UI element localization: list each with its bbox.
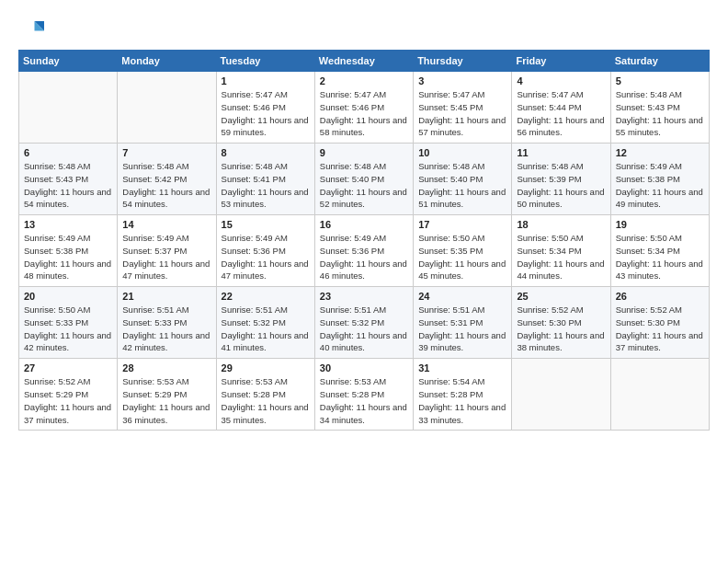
calendar-cell: 2Sunrise: 5:47 AMSunset: 5:46 PMDaylight… <box>314 72 413 144</box>
calendar-cell: 10Sunrise: 5:48 AMSunset: 5:40 PMDayligh… <box>414 144 512 215</box>
calendar-cell: 22Sunrise: 5:51 AMSunset: 5:32 PMDayligh… <box>216 287 314 359</box>
day-number: 18 <box>517 219 605 230</box>
day-number: 21 <box>122 291 210 302</box>
calendar-cell: 27Sunrise: 5:52 AMSunset: 5:29 PMDayligh… <box>19 359 118 431</box>
day-number: 17 <box>418 219 506 230</box>
calendar-cell: 5Sunrise: 5:48 AMSunset: 5:43 PMDaylight… <box>610 72 709 144</box>
calendar-cell: 14Sunrise: 5:49 AMSunset: 5:37 PMDayligh… <box>118 215 216 287</box>
calendar-cell: 28Sunrise: 5:53 AMSunset: 5:29 PMDayligh… <box>118 359 216 431</box>
calendar-cell: 17Sunrise: 5:50 AMSunset: 5:35 PMDayligh… <box>414 215 512 287</box>
calendar-cell: 31Sunrise: 5:54 AMSunset: 5:28 PMDayligh… <box>414 359 512 431</box>
logo-icon <box>18 15 44 40</box>
day-number: 20 <box>24 291 112 302</box>
day-info: Sunrise: 5:47 AMSunset: 5:44 PMDaylight:… <box>517 88 605 139</box>
day-number: 26 <box>616 291 704 302</box>
day-info: Sunrise: 5:49 AMSunset: 5:38 PMDaylight:… <box>616 160 704 211</box>
calendar-cell: 23Sunrise: 5:51 AMSunset: 5:32 PMDayligh… <box>314 287 413 359</box>
calendar-cell: 24Sunrise: 5:51 AMSunset: 5:31 PMDayligh… <box>414 287 512 359</box>
day-number: 11 <box>517 147 605 158</box>
day-info: Sunrise: 5:51 AMSunset: 5:31 PMDaylight:… <box>418 304 506 354</box>
day-number: 25 <box>517 291 605 302</box>
calendar-body: 1Sunrise: 5:47 AMSunset: 5:46 PMDaylight… <box>19 72 710 431</box>
calendar-cell: 16Sunrise: 5:49 AMSunset: 5:36 PMDayligh… <box>314 215 413 287</box>
calendar-cell: 20Sunrise: 5:50 AMSunset: 5:33 PMDayligh… <box>19 287 118 359</box>
calendar-table: SundayMondayTuesdayWednesdayThursdayFrid… <box>18 50 710 431</box>
calendar-cell: 9Sunrise: 5:48 AMSunset: 5:40 PMDaylight… <box>314 144 413 215</box>
day-info: Sunrise: 5:49 AMSunset: 5:36 PMDaylight:… <box>320 232 408 282</box>
day-number: 3 <box>418 75 506 86</box>
day-info: Sunrise: 5:48 AMSunset: 5:42 PMDaylight:… <box>122 160 210 211</box>
day-info: Sunrise: 5:50 AMSunset: 5:35 PMDaylight:… <box>418 232 506 282</box>
page: SundayMondayTuesdayWednesdayThursdayFrid… <box>0 0 728 563</box>
day-info: Sunrise: 5:48 AMSunset: 5:43 PMDaylight:… <box>616 88 704 139</box>
calendar-cell <box>610 359 709 431</box>
header-row: SundayMondayTuesdayWednesdayThursdayFrid… <box>19 51 710 72</box>
calendar-cell: 3Sunrise: 5:47 AMSunset: 5:45 PMDaylight… <box>414 72 512 144</box>
day-number: 6 <box>24 147 112 158</box>
calendar-cell: 21Sunrise: 5:51 AMSunset: 5:33 PMDayligh… <box>118 287 216 359</box>
calendar-cell <box>19 72 118 144</box>
day-header-tuesday: Tuesday <box>216 51 314 72</box>
day-info: Sunrise: 5:52 AMSunset: 5:30 PMDaylight:… <box>517 304 605 354</box>
day-number: 8 <box>222 147 310 158</box>
day-info: Sunrise: 5:53 AMSunset: 5:28 PMDaylight:… <box>320 375 408 426</box>
day-info: Sunrise: 5:53 AMSunset: 5:29 PMDaylight:… <box>122 375 210 426</box>
calendar-cell: 30Sunrise: 5:53 AMSunset: 5:28 PMDayligh… <box>314 359 413 431</box>
calendar-header: SundayMondayTuesdayWednesdayThursdayFrid… <box>19 51 710 72</box>
calendar-cell: 4Sunrise: 5:47 AMSunset: 5:44 PMDaylight… <box>512 72 610 144</box>
day-number: 16 <box>320 219 408 230</box>
calendar-cell: 29Sunrise: 5:53 AMSunset: 5:28 PMDayligh… <box>216 359 314 431</box>
calendar-cell: 15Sunrise: 5:49 AMSunset: 5:36 PMDayligh… <box>216 215 314 287</box>
day-number: 19 <box>616 219 704 230</box>
day-info: Sunrise: 5:50 AMSunset: 5:34 PMDaylight:… <box>517 232 605 282</box>
day-number: 5 <box>616 75 704 86</box>
day-info: Sunrise: 5:52 AMSunset: 5:29 PMDaylight:… <box>24 375 112 426</box>
day-number: 22 <box>222 291 310 302</box>
logo <box>18 15 48 40</box>
calendar-cell: 7Sunrise: 5:48 AMSunset: 5:42 PMDaylight… <box>118 144 216 215</box>
day-number: 23 <box>320 291 408 302</box>
day-info: Sunrise: 5:51 AMSunset: 5:33 PMDaylight:… <box>122 304 210 354</box>
day-header-friday: Friday <box>512 51 610 72</box>
day-info: Sunrise: 5:49 AMSunset: 5:36 PMDaylight:… <box>222 232 310 282</box>
day-info: Sunrise: 5:52 AMSunset: 5:30 PMDaylight:… <box>616 304 704 354</box>
calendar-cell <box>512 359 610 431</box>
day-number: 24 <box>418 291 506 302</box>
day-info: Sunrise: 5:48 AMSunset: 5:41 PMDaylight:… <box>222 160 310 211</box>
day-number: 29 <box>222 362 310 373</box>
day-number: 28 <box>122 362 210 373</box>
day-number: 30 <box>320 362 408 373</box>
calendar-cell: 13Sunrise: 5:49 AMSunset: 5:38 PMDayligh… <box>19 215 118 287</box>
week-row-2: 6Sunrise: 5:48 AMSunset: 5:43 PMDaylight… <box>19 144 710 215</box>
week-row-4: 20Sunrise: 5:50 AMSunset: 5:33 PMDayligh… <box>19 287 710 359</box>
day-number: 2 <box>320 75 408 86</box>
header <box>18 15 710 40</box>
day-info: Sunrise: 5:47 AMSunset: 5:46 PMDaylight:… <box>222 88 310 139</box>
calendar-cell: 6Sunrise: 5:48 AMSunset: 5:43 PMDaylight… <box>19 144 118 215</box>
day-info: Sunrise: 5:48 AMSunset: 5:39 PMDaylight:… <box>517 160 605 211</box>
calendar-cell: 25Sunrise: 5:52 AMSunset: 5:30 PMDayligh… <box>512 287 610 359</box>
day-header-sunday: Sunday <box>19 51 118 72</box>
day-info: Sunrise: 5:48 AMSunset: 5:43 PMDaylight:… <box>24 160 112 211</box>
calendar-cell: 19Sunrise: 5:50 AMSunset: 5:34 PMDayligh… <box>610 215 709 287</box>
calendar-cell: 12Sunrise: 5:49 AMSunset: 5:38 PMDayligh… <box>610 144 709 215</box>
day-number: 27 <box>24 362 112 373</box>
day-info: Sunrise: 5:51 AMSunset: 5:32 PMDaylight:… <box>222 304 310 354</box>
day-info: Sunrise: 5:49 AMSunset: 5:37 PMDaylight:… <box>122 232 210 282</box>
day-info: Sunrise: 5:50 AMSunset: 5:33 PMDaylight:… <box>24 304 112 354</box>
calendar-cell: 1Sunrise: 5:47 AMSunset: 5:46 PMDaylight… <box>216 72 314 144</box>
day-header-thursday: Thursday <box>414 51 512 72</box>
day-info: Sunrise: 5:53 AMSunset: 5:28 PMDaylight:… <box>222 375 310 426</box>
day-info: Sunrise: 5:48 AMSunset: 5:40 PMDaylight:… <box>418 160 506 211</box>
day-number: 10 <box>418 147 506 158</box>
day-number: 1 <box>222 75 310 86</box>
calendar-cell: 8Sunrise: 5:48 AMSunset: 5:41 PMDaylight… <box>216 144 314 215</box>
day-header-wednesday: Wednesday <box>314 51 413 72</box>
day-number: 12 <box>616 147 704 158</box>
day-header-monday: Monday <box>118 51 216 72</box>
week-row-5: 27Sunrise: 5:52 AMSunset: 5:29 PMDayligh… <box>19 359 710 431</box>
day-info: Sunrise: 5:50 AMSunset: 5:34 PMDaylight:… <box>616 232 704 282</box>
day-number: 13 <box>24 219 112 230</box>
day-number: 9 <box>320 147 408 158</box>
day-number: 4 <box>517 75 605 86</box>
